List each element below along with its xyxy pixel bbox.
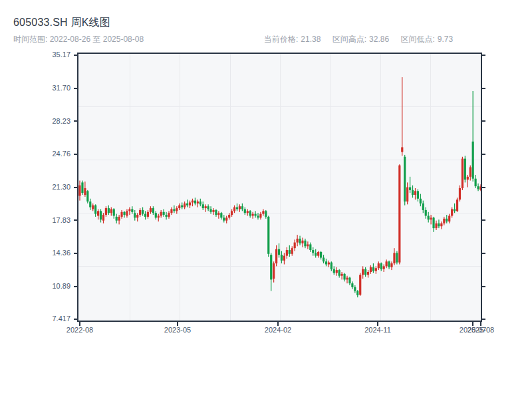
y-tick-label: 31.70 <box>39 84 70 92</box>
candle-body <box>477 186 479 189</box>
candle-body <box>249 211 251 215</box>
candle-body <box>438 223 440 226</box>
x-tick-label: 2024-11 <box>356 326 399 334</box>
x-tick-label: 2025-08 <box>460 326 502 334</box>
candle-body <box>92 205 94 209</box>
candle-body <box>328 263 330 265</box>
candle-body <box>301 241 303 243</box>
candle-body <box>165 215 167 217</box>
y-tick-label: 17.83 <box>39 216 70 224</box>
gridlines <box>78 54 481 321</box>
x-tick-label: 2024-02 <box>257 326 299 334</box>
candle-body <box>398 166 400 263</box>
candle-body <box>254 214 256 216</box>
candle-wick <box>174 205 174 213</box>
candle-body <box>144 214 146 217</box>
candle-body <box>192 201 194 203</box>
candle-body <box>113 209 115 215</box>
candle-body <box>283 256 285 261</box>
candle-body <box>173 209 175 211</box>
y-tick-label: 24.76 <box>39 150 70 158</box>
candle-body <box>315 253 317 255</box>
candle-body <box>197 201 199 203</box>
candle-body <box>134 213 136 217</box>
candle-body <box>341 274 343 276</box>
candle-body <box>364 269 366 275</box>
candle-body <box>432 217 434 228</box>
candle-body <box>212 210 214 212</box>
candle-body <box>359 275 361 295</box>
candle-wick <box>129 207 130 215</box>
candle-wick <box>402 77 402 156</box>
candle-body <box>320 252 322 258</box>
y-tick-label: 7.417 <box>39 315 70 323</box>
plot-frame <box>78 53 481 321</box>
candle-body <box>262 211 264 213</box>
kline-app: 605033.SH 周K线图 时间范围: 2022-08-26 至 2025-0… <box>0 0 532 399</box>
candle-body <box>299 239 301 243</box>
candle-body <box>81 182 83 193</box>
candle-body <box>435 223 437 228</box>
candle-body <box>454 209 456 211</box>
candle-body <box>252 214 254 216</box>
candle-body <box>189 202 191 205</box>
x-tick-label: 2023-05 <box>156 326 199 334</box>
candle-body <box>207 206 209 209</box>
candle-body <box>223 217 225 220</box>
candle-body <box>451 209 453 215</box>
kline-chart <box>0 0 532 399</box>
candle-body <box>178 205 180 208</box>
candle-body <box>469 168 471 177</box>
candle-body <box>430 217 432 219</box>
candle-body <box>323 258 325 262</box>
candle-body <box>120 212 122 217</box>
candle-body <box>142 210 144 214</box>
candle-body <box>278 249 280 255</box>
candle-body <box>325 261 327 264</box>
candle-body <box>259 214 261 218</box>
candle-body <box>126 211 128 215</box>
candle-body <box>346 278 348 280</box>
candle-body <box>257 216 259 218</box>
candle-body <box>354 287 356 291</box>
candle-body <box>417 191 419 198</box>
candle-body <box>160 212 162 216</box>
candle-wick <box>218 211 219 218</box>
candle-body <box>270 255 272 279</box>
candle-body <box>131 209 133 211</box>
candle-body <box>367 272 369 275</box>
candle-body <box>228 215 230 217</box>
candle-body <box>412 190 414 195</box>
candle-body <box>139 210 141 215</box>
candle-body <box>443 219 445 223</box>
candle-body <box>446 219 448 221</box>
candle-body <box>425 210 427 216</box>
candle-body <box>409 188 411 190</box>
candle-body <box>116 217 118 221</box>
y-tick-label: 28.23 <box>39 117 70 125</box>
candle-body <box>338 270 340 276</box>
candle-body <box>289 250 291 254</box>
candle-body <box>202 204 204 208</box>
candle-body <box>396 253 398 262</box>
candle-body <box>220 213 222 217</box>
candle-body <box>184 203 186 207</box>
candle-wick <box>158 214 159 221</box>
candle-body <box>388 261 390 267</box>
candle-body <box>281 255 283 261</box>
candle-body <box>317 252 319 256</box>
candle-body <box>309 244 311 250</box>
candle-body <box>307 244 309 246</box>
candle-body <box>464 159 466 180</box>
candle-body <box>155 213 157 217</box>
candle-body <box>406 188 408 201</box>
candle-body <box>404 157 406 201</box>
candle-wick <box>192 199 193 206</box>
candle-body <box>459 188 461 200</box>
candle-body <box>333 269 335 273</box>
candle-wick <box>187 200 188 207</box>
candle-body <box>84 188 86 195</box>
candle-body <box>176 208 178 211</box>
candle-body <box>217 213 219 215</box>
candle-body <box>267 217 269 254</box>
